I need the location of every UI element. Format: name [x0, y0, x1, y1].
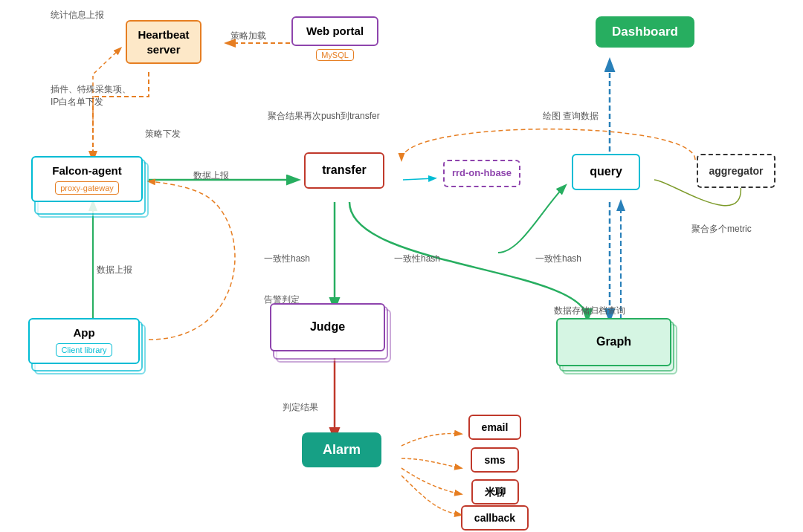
aggregator-box: aggregator: [697, 154, 775, 188]
falcon-agent-label: Falcon-agent: [52, 163, 121, 178]
rrd-node: rrd-on-hbase: [430, 160, 534, 187]
label-consistent-hash3: 一致性hash: [535, 253, 581, 265]
judge-box: Judge: [270, 303, 385, 351]
callback-box: callback: [461, 505, 529, 531]
label-consistent-hash2: 一致性hash: [394, 253, 440, 265]
miliao-node: 米聊: [459, 479, 530, 505]
app-box: App Client library: [28, 318, 140, 364]
email-box: email: [468, 415, 522, 440]
app-client-label: Client library: [56, 343, 112, 357]
diagram: 统计信息上报 策略加载 插件、特殊采集项、IP白名单下发 策略下发 数据上报 数…: [0, 0, 803, 532]
webportal-sublabel: MySQL: [316, 49, 354, 61]
webportal-node: Web portal MySQL: [281, 16, 389, 61]
label-agg-metric: 聚合多个metric: [691, 223, 752, 236]
label-strategy-push: 策略下发: [145, 128, 181, 140]
dashboard-box: Dashboard: [596, 16, 694, 48]
label-draw-query: 绘图 查询数据: [543, 110, 599, 123]
label-agg-push: 聚合结果再次push到transfer: [268, 110, 380, 123]
aggregator-node: aggregator: [684, 154, 788, 188]
graph-stack: Graph: [556, 318, 671, 366]
heartbeat-server-box: Heartbeatserver: [126, 20, 201, 64]
dashboard-node: Dashboard: [587, 16, 703, 48]
judge-stack: Judge: [270, 303, 385, 351]
heartbeat-server-node: Heartbeatserver: [108, 20, 219, 64]
falcon-agent-stack: Falcon-agent proxy-gateway: [31, 156, 143, 202]
alarm-box: Alarm: [302, 432, 381, 467]
miliao-box: 米聊: [471, 479, 519, 505]
falcon-proxy-label: proxy-gateway: [55, 181, 119, 195]
query-box: query: [572, 154, 640, 190]
label-stat-report: 统计信息上报: [51, 9, 104, 22]
label-data-store: 数据存储归档查询: [554, 305, 625, 317]
app-label: App: [73, 325, 94, 340]
sms-box: sms: [471, 447, 518, 473]
graph-label: Graph: [596, 334, 631, 350]
label-plugin-etc: 插件、特殊采集项、IP白名单下发: [51, 83, 131, 108]
sms-node: sms: [459, 447, 530, 473]
label-strategy-load: 策略加载: [230, 30, 266, 42]
judge-label: Judge: [310, 319, 345, 335]
graph-box: Graph: [556, 318, 671, 366]
label-data-report2: 数据上报: [97, 264, 132, 276]
label-consistent-hash1: 一致性hash: [264, 253, 310, 265]
email-node: email: [459, 415, 530, 440]
app-stack: App Client library: [28, 318, 140, 364]
transfer-node: transfer: [288, 152, 400, 189]
label-data-report1: 数据上报: [193, 169, 229, 182]
alarm-node: Alarm: [284, 432, 399, 467]
callback-node: callback: [459, 505, 530, 531]
transfer-box: transfer: [304, 152, 384, 189]
falcon-agent-box: Falcon-agent proxy-gateway: [31, 156, 143, 202]
query-node: query: [558, 154, 654, 190]
webportal-box: Web portal: [291, 16, 378, 46]
label-judge-result: 判定结果: [283, 401, 318, 414]
rrd-box: rrd-on-hbase: [443, 160, 520, 187]
